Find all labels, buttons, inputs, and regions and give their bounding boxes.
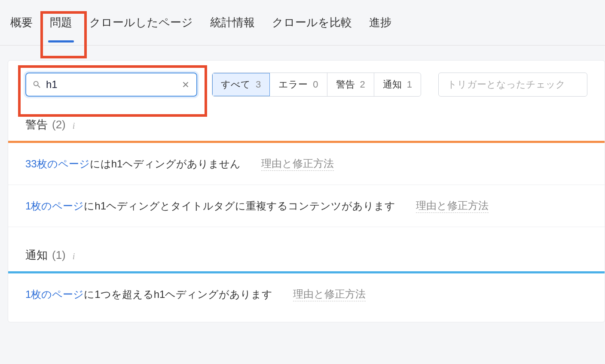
filter-segment-group: すべて 3 エラー 0 警告 2 通知 1 bbox=[212, 73, 421, 97]
issues-panel: すべて 3 エラー 0 警告 2 通知 1 トリガーとなったチェック 警告 (2… bbox=[8, 60, 605, 322]
reason-and-fix-link[interactable]: 理由と修正方法 bbox=[293, 287, 366, 301]
search-icon bbox=[32, 80, 42, 89]
tab-statistics[interactable]: 統計情報 bbox=[203, 3, 262, 42]
info-icon[interactable]: i bbox=[73, 121, 80, 129]
search-input[interactable] bbox=[42, 79, 181, 91]
issue-link[interactable]: 1枚のページ bbox=[25, 288, 84, 300]
issue-description: にh1ヘディングとタイトルタグに重複するコンテンツがあります bbox=[84, 200, 395, 212]
controls-row: すべて 3 エラー 0 警告 2 通知 1 トリガーとなったチェック bbox=[8, 61, 605, 97]
issue-row-warning-2[interactable]: 1枚のページにh1ヘディングとタイトルタグに重複するコンテンツがあります 理由と… bbox=[8, 185, 605, 227]
clear-icon[interactable] bbox=[181, 80, 190, 89]
filter-warning[interactable]: 警告 2 bbox=[327, 73, 374, 96]
filter-error-count: 0 bbox=[313, 79, 318, 90]
issue-link[interactable]: 33枚のページ bbox=[25, 158, 90, 170]
filter-notice[interactable]: 通知 1 bbox=[374, 73, 421, 96]
filter-all-label: すべて bbox=[221, 78, 251, 91]
section-header-warning: 警告 (2) i bbox=[8, 97, 605, 141]
filter-warning-count: 2 bbox=[360, 79, 365, 90]
filter-error[interactable]: エラー 0 bbox=[270, 73, 327, 96]
top-nav: 概要 問題 クロールしたページ 統計情報 クロールを比較 進捗 bbox=[0, 0, 605, 46]
filter-all-count: 3 bbox=[256, 79, 261, 90]
filter-all[interactable]: すべて 3 bbox=[212, 73, 270, 96]
filter-notice-label: 通知 bbox=[383, 78, 402, 91]
issue-row-warning-1[interactable]: 33枚のページにはh1ヘディングがありません 理由と修正方法 bbox=[8, 143, 605, 185]
tab-compare-crawls[interactable]: クロールを比較 bbox=[265, 3, 359, 42]
issue-row-notice-1[interactable]: 1枚のページに1つを超えるh1ヘディングがあります 理由と修正方法 bbox=[8, 273, 605, 322]
issue-description: に1つを超えるh1ヘディングがあります bbox=[84, 288, 272, 300]
search-field-wrapper[interactable] bbox=[25, 73, 197, 97]
issue-text: 1枚のページに1つを超えるh1ヘディングがあります bbox=[25, 288, 272, 301]
info-icon[interactable]: i bbox=[73, 252, 80, 259]
section-notice-count: (1) bbox=[52, 249, 66, 262]
filter-error-label: エラー bbox=[278, 78, 308, 91]
issue-text: 33枚のページにはh1ヘディングがありません bbox=[25, 157, 241, 171]
filter-warning-label: 警告 bbox=[336, 78, 355, 91]
filter-notice-count: 1 bbox=[407, 79, 412, 90]
reason-and-fix-link[interactable]: 理由と修正方法 bbox=[261, 157, 334, 171]
tab-issues[interactable]: 問題 bbox=[43, 3, 79, 42]
section-warning-title: 警告 bbox=[25, 117, 48, 132]
section-warning-count: (2) bbox=[52, 118, 66, 131]
reason-and-fix-link[interactable]: 理由と修正方法 bbox=[416, 199, 489, 213]
issue-description: にはh1ヘディングがありません bbox=[90, 158, 241, 170]
section-header-notice: 通知 (1) i bbox=[8, 227, 605, 271]
tab-progress[interactable]: 進捗 bbox=[362, 3, 398, 42]
tab-crawled-pages[interactable]: クロールしたページ bbox=[82, 3, 200, 42]
trigger-check-dropdown[interactable]: トリガーとなったチェック bbox=[438, 73, 587, 97]
section-notice-title: 通知 bbox=[25, 248, 48, 263]
issue-text: 1枚のページにh1ヘディングとタイトルタグに重複するコンテンツがあります bbox=[25, 199, 395, 213]
issue-link[interactable]: 1枚のページ bbox=[25, 200, 84, 212]
tab-overview[interactable]: 概要 bbox=[3, 3, 40, 42]
